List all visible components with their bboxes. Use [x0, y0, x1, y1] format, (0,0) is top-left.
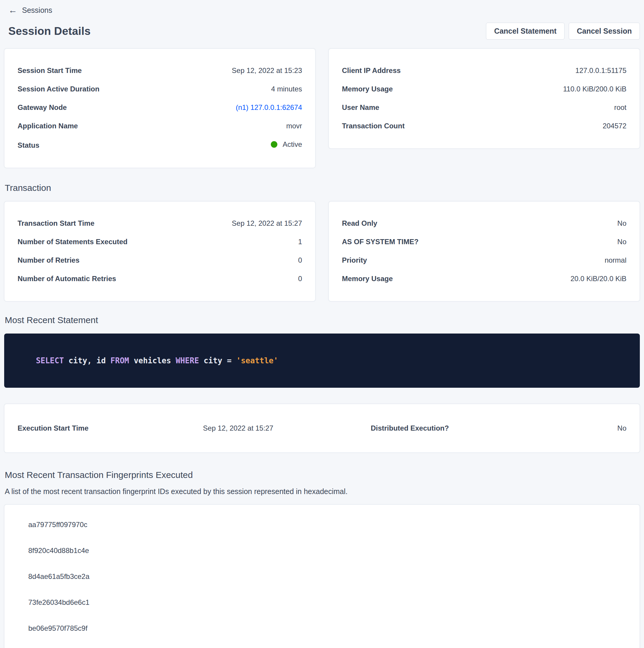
status-value: Active: [283, 140, 302, 149]
statement-section-heading: Most Recent Statement: [4, 315, 640, 325]
summary-row: Application Name movr: [17, 121, 302, 130]
sql-text: city, id: [68, 356, 110, 365]
summary-row: Client IP Address 127.0.0.1:51175: [342, 66, 627, 75]
execution-start-item: Execution Start Time Sep 12, 2022 at 15:…: [17, 424, 273, 433]
row-value: 127.0.0.1:51175: [575, 66, 627, 75]
row-label: Session Start Time: [17, 66, 82, 75]
page-title: Session Details: [8, 25, 91, 38]
execution-card: Execution Start Time Sep 12, 2022 at 15:…: [4, 404, 640, 453]
sql-keyword: FROM: [110, 356, 134, 365]
row-label: Number of Retries: [17, 256, 79, 265]
summary-row: Read Only No: [342, 219, 627, 228]
row-label: Priority: [342, 256, 367, 265]
summary-row: Status Active: [17, 140, 302, 150]
summary-row: Transaction Count 204572: [342, 121, 627, 130]
sql-string-literal: 'seattle': [236, 356, 278, 365]
summary-row: Memory Usage 110.0 KiB/200.0 KiB: [342, 85, 627, 94]
row-value: 0: [298, 256, 302, 265]
summary-row: Memory Usage 20.0 KiB/20.0 KiB: [342, 274, 627, 283]
row-value: root: [614, 103, 627, 112]
gateway-node-link[interactable]: (n1) 127.0.0.1:62674: [236, 103, 302, 112]
summary-row: Number of Statements Executed 1: [17, 237, 302, 246]
client-info-card: Client IP Address 127.0.0.1:51175 Memory…: [329, 49, 640, 149]
summary-row: Priority normal: [342, 256, 627, 265]
fingerprint-id: 8d4ae61a5fb3ce2a: [28, 572, 627, 581]
row-value: Sep 12, 2022 at 15:27: [203, 424, 273, 433]
row-label: Gateway Node: [17, 103, 67, 112]
fingerprints-card: aa79775ff097970c 8f920c40d88b1c4e 8d4ae6…: [4, 504, 640, 648]
back-link-sessions[interactable]: Sessions: [22, 5, 52, 15]
fingerprints-description: A list of the most recent transaction fi…: [5, 487, 640, 496]
status-active-dot-icon: [271, 141, 277, 148]
row-label: Transaction Count: [342, 121, 405, 130]
sql-statement-box: SELECT city, id FROM vehicles WHERE city…: [4, 333, 640, 388]
summary-row: Number of Retries 0: [17, 256, 302, 265]
page-header: Session Details Cancel Statement Cancel …: [4, 22, 640, 40]
header-actions: Cancel Statement Cancel Session: [486, 22, 640, 40]
row-value: 110.0 KiB/200.0 KiB: [563, 85, 627, 94]
row-label: Client IP Address: [342, 66, 401, 75]
back-arrow-icon[interactable]: ←: [8, 6, 17, 15]
row-value: 20.0 KiB/20.0 KiB: [571, 274, 627, 283]
row-value: No: [617, 219, 627, 228]
status-badge: Active: [271, 140, 302, 149]
row-value: Sep 12, 2022 at 15:23: [232, 66, 302, 75]
sql-keyword: SELECT: [36, 356, 69, 365]
row-label: Transaction Start Time: [17, 219, 94, 228]
cancel-statement-button[interactable]: Cancel Statement: [486, 22, 565, 40]
row-label: Status: [17, 141, 39, 150]
row-value: Sep 12, 2022 at 15:27: [232, 219, 302, 228]
summary-row: Session Start Time Sep 12, 2022 at 15:23: [17, 66, 302, 75]
distributed-execution-item: Distributed Execution? No: [273, 424, 627, 433]
session-info-card: Session Start Time Sep 12, 2022 at 15:23…: [4, 49, 315, 168]
row-label: Application Name: [17, 121, 78, 130]
row-label: Memory Usage: [342, 85, 393, 94]
transaction-props-card: Read Only No AS OF SYSTEM TIME? No Prior…: [329, 201, 640, 302]
row-value: No: [617, 424, 627, 433]
summary-row: Gateway Node (n1) 127.0.0.1:62674: [17, 103, 302, 112]
transaction-stats-card: Transaction Start Time Sep 12, 2022 at 1…: [4, 201, 315, 302]
row-label: User Name: [342, 103, 379, 112]
row-label: AS OF SYSTEM TIME?: [342, 237, 418, 246]
sql-text: vehicles: [134, 356, 176, 365]
row-label: Session Active Duration: [17, 85, 99, 94]
fingerprint-id: be06e9570f785c9f: [28, 624, 627, 633]
row-value: 1: [298, 237, 302, 246]
breadcrumb: ← Sessions: [4, 3, 640, 15]
row-value: No: [617, 237, 627, 246]
row-value: normal: [605, 256, 627, 265]
summary-row: User Name root: [342, 103, 627, 112]
summary-row: Number of Automatic Retries 0: [17, 274, 302, 283]
summary-row: AS OF SYSTEM TIME? No: [342, 237, 627, 246]
sql-keyword: WHERE: [176, 356, 203, 365]
session-summary-cards: Session Start Time Sep 12, 2022 at 15:23…: [4, 49, 640, 168]
transaction-cards: Transaction Start Time Sep 12, 2022 at 1…: [4, 201, 640, 302]
summary-row: Transaction Start Time Sep 12, 2022 at 1…: [17, 219, 302, 228]
fingerprint-id: aa79775ff097970c: [28, 520, 627, 529]
row-label: Memory Usage: [342, 274, 393, 283]
row-value: 4 minutes: [271, 85, 302, 94]
fingerprint-id: 8f920c40d88b1c4e: [28, 546, 627, 555]
row-label: Read Only: [342, 219, 377, 228]
session-details-page: ← Sessions Session Details Cancel Statem…: [0, 0, 644, 648]
cancel-session-button[interactable]: Cancel Session: [569, 22, 640, 40]
row-value: movr: [286, 121, 302, 130]
row-label: Number of Automatic Retries: [17, 274, 116, 283]
summary-row: Session Active Duration 4 minutes: [17, 85, 302, 94]
row-label: Execution Start Time: [17, 424, 89, 433]
row-label: Distributed Execution?: [371, 424, 449, 433]
fingerprints-section-heading: Most Recent Transaction Fingerprints Exe…: [4, 470, 640, 480]
transaction-section-heading: Transaction: [4, 183, 640, 193]
row-value: 204572: [603, 121, 627, 130]
row-value: 0: [298, 274, 302, 283]
fingerprint-id: 73fe26034bd6e6c1: [28, 598, 627, 607]
row-label: Number of Statements Executed: [17, 237, 127, 246]
sql-text: city =: [203, 356, 236, 365]
